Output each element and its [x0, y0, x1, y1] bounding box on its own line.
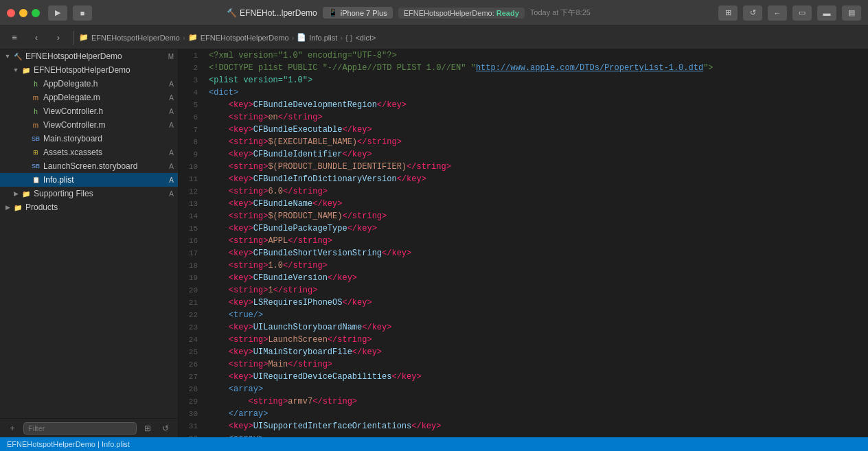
minimize-button[interactable]: [19, 9, 27, 17]
line-number-26: 26: [179, 358, 205, 371]
back-button[interactable]: ←: [768, 5, 787, 21]
line-number-8: 8: [179, 136, 205, 148]
appdelegate-m-label: AppDelegate.m: [43, 93, 169, 102]
line-content-20: <string>1</string>: [205, 284, 868, 297]
recent-button[interactable]: ↺: [159, 421, 172, 435]
code-line-20: 20 <string>1</string>: [179, 284, 868, 297]
status-badge: EFNEHotspotHelperDemo: Ready: [398, 8, 525, 19]
titlebar-controls: ▶ ■: [48, 5, 92, 21]
run-button[interactable]: ▶: [48, 5, 67, 21]
file-icon: 📄: [297, 33, 306, 42]
launchscreen-badge: A: [169, 163, 174, 170]
titlebar: ▶ ■ 🔨 EFNEHot...lperDemo 📱 iPhone 7 Plus…: [0, 0, 868, 26]
info-plist-label: Info.plist: [43, 175, 169, 185]
sidebar-item-launchscreen[interactable]: SB LaunchScreen.storyboard A: [0, 159, 178, 173]
line-content-3: <plist version="1.0">: [205, 74, 868, 86]
line-number-30: 30: [179, 408, 205, 420]
code-line-24: 24 <string>LaunchScreen</string>: [179, 334, 868, 346]
stop-button[interactable]: ■: [73, 5, 92, 21]
code-line-3: 3<plist version="1.0">: [179, 74, 868, 86]
line-content-16: <string>APPL</string>: [205, 235, 868, 247]
forward-nav-button[interactable]: ›: [49, 30, 67, 45]
line-number-6: 6: [179, 111, 205, 124]
sidebar-item-info-plist[interactable]: 📋 Info.plist A: [0, 173, 178, 187]
disclosure-products: ▶: [3, 204, 12, 211]
project-status-label: EFNEHotspotHelperDemo:: [404, 9, 496, 17]
line-number-14: 14: [179, 210, 205, 222]
filter-options-button[interactable]: ⊞: [141, 421, 155, 435]
line-content-22: <true/>: [205, 309, 868, 321]
code-line-21: 21 <key>LSRequiresIPhoneOS</key>: [179, 297, 868, 309]
folder-icon-2: 📁: [188, 33, 198, 42]
supporting-files-label: Supporting Files: [34, 189, 169, 198]
line-content-24: <string>LaunchScreen</string>: [205, 334, 868, 346]
breadcrumb-item-1[interactable]: 📁 EFNEHotspotHelperDemo: [79, 33, 180, 42]
root-label: EFNEHotspotHelperDemo: [25, 51, 168, 61]
h-file-icon: h: [30, 78, 41, 89]
filter-input[interactable]: [23, 422, 137, 435]
vc-m-icon: m: [30, 119, 41, 130]
maximize-button[interactable]: [32, 9, 40, 17]
line-number-27: 27: [179, 371, 205, 383]
line-content-15: <key>CFBundlePackageType</key>: [205, 222, 868, 235]
sidebar-item-appdelegate-m[interactable]: m AppDelegate.m A: [0, 91, 178, 104]
sidebar-item-group-efne[interactable]: ▼ 📁 EFNEHotspotHelperDemo: [0, 63, 178, 77]
appdelegate-h-label: AppDelegate.h: [43, 79, 169, 89]
back-nav-button[interactable]: ‹: [27, 30, 45, 45]
assets-badge: A: [169, 149, 174, 157]
breadcrumb-item-3[interactable]: 📄 Info.plist: [297, 33, 337, 42]
grid-view-button[interactable]: ⊞: [718, 5, 738, 21]
sidebar-item-products[interactable]: ▶ 📁 Products: [0, 200, 178, 214]
sidebar-item-supporting-files[interactable]: ▶ 📁 Supporting Files A: [0, 187, 178, 200]
code-line-16: 16 <string>APPL</string>: [179, 235, 868, 247]
code-line-5: 5 <key>CFBundleDevelopmentRegion</key>: [179, 99, 868, 111]
code-line-13: 13 <key>CFBundleName</key>: [179, 198, 868, 210]
code-line-27: 27 <key>UIRequiredDeviceCapabilities</ke…: [179, 371, 868, 383]
code-line-28: 28 <array>: [179, 383, 868, 395]
code-area[interactable]: 1<?xml version="1.0" encoding="UTF-8"?>2…: [179, 49, 868, 437]
line-number-21: 21: [179, 297, 205, 309]
line-number-23: 23: [179, 321, 205, 334]
titlebar-right: ⊞ ↺ ← ▭ ▬ ▤: [718, 5, 861, 21]
sidebar-item-viewcontroller-h[interactable]: h ViewController.h A: [0, 104, 178, 118]
sidebar-item-root[interactable]: ▼ 🔨 EFNEHotspotHelperDemo M: [0, 49, 178, 63]
add-file-button[interactable]: +: [5, 421, 19, 435]
code-line-4: 4<dict>: [179, 86, 868, 99]
code-line-31: 31 <key>UISupportedInterfaceOrientations…: [179, 420, 868, 432]
line-number-16: 16: [179, 235, 205, 247]
line-content-13: <key>CFBundleName</key>: [205, 198, 868, 210]
sidebar-bottom: + ⊞ ↺: [0, 418, 178, 437]
code-line-12: 12 <string>6.0</string>: [179, 185, 868, 198]
line-content-11: <key>CFBundleInfoDictionaryVersion</key>: [205, 173, 868, 185]
layout-1-button[interactable]: ▭: [792, 5, 812, 21]
code-icon: { }: [345, 34, 352, 42]
sidebar-item-viewcontroller-m[interactable]: m ViewController.m A: [0, 118, 178, 132]
code-editor[interactable]: 1<?xml version="1.0" encoding="UTF-8"?>2…: [179, 49, 868, 437]
sidebar-item-assets[interactable]: ⊞ Assets.xcassets A: [0, 146, 178, 159]
breadcrumb-item-2[interactable]: 📁 EFNEHotspotHelperDemo: [188, 33, 289, 42]
statusbar: EFNEHotspotHelperDemo | Info.plist: [0, 437, 868, 451]
layout-2-button[interactable]: ▬: [817, 5, 836, 21]
close-button[interactable]: [7, 9, 15, 17]
sidebar-item-appdelegate-h[interactable]: h AppDelegate.h A: [0, 77, 178, 91]
line-content-25: <key>UIMainStoryboardFile</key>: [205, 346, 868, 358]
code-line-19: 19 <key>CFBundleVersion</key>: [179, 272, 868, 284]
breadcrumb-item-4[interactable]: { } <dict>: [345, 34, 376, 42]
appdelegate-h-badge: A: [169, 80, 174, 88]
device-selector[interactable]: 📱 iPhone 7 Plus: [323, 7, 393, 19]
code-line-9: 9 <key>CFBundleIdentifier</key>: [179, 148, 868, 161]
line-content-6: <string>en</string>: [205, 111, 868, 124]
layout-3-button[interactable]: ▤: [842, 5, 861, 21]
line-number-32: 32: [179, 432, 205, 437]
storyboard-icon: SB: [30, 133, 41, 144]
code-line-18: 18 <string>1.0</string>: [179, 259, 868, 272]
line-content-28: <array>: [205, 383, 868, 395]
sidebar-item-main-storyboard[interactable]: SB Main.storyboard: [0, 132, 178, 146]
line-content-4: <dict>: [205, 86, 868, 99]
line-number-11: 11: [179, 173, 205, 185]
code-line-22: 22 <true/>: [179, 309, 868, 321]
navigator-toggle[interactable]: ≡: [5, 30, 23, 45]
refresh-button[interactable]: ↺: [743, 5, 762, 21]
line-number-15: 15: [179, 222, 205, 235]
viewcontroller-m-badge: A: [169, 122, 174, 129]
